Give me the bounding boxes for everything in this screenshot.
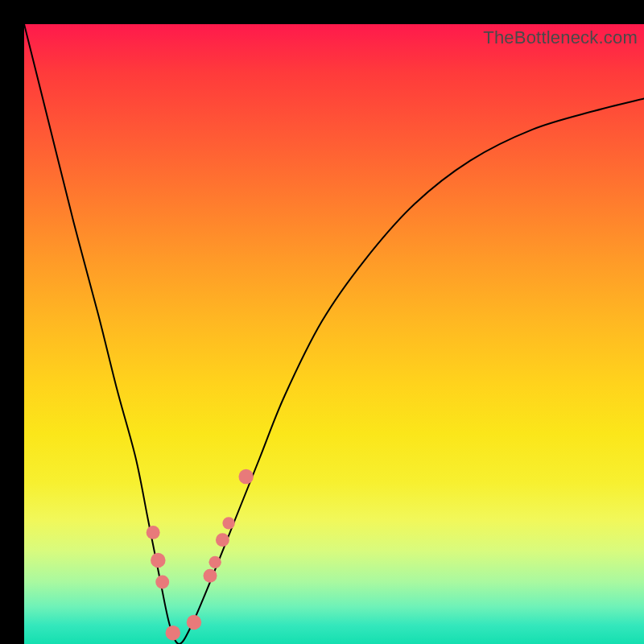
curve-marker-dot <box>155 576 169 589</box>
markers-group <box>138 455 253 644</box>
bottleneck-curve <box>24 24 644 644</box>
curve-marker-dot <box>222 517 234 529</box>
plot-area: TheBottleneck.com <box>24 24 644 644</box>
chart-frame: TheBottleneck.com <box>0 0 644 644</box>
curve-marker-dot <box>216 533 229 547</box>
curve-marker-dot <box>166 625 180 640</box>
curve-marker-dot <box>187 615 201 630</box>
curve-marker-dot <box>238 469 253 484</box>
curve-marker-dot <box>208 556 221 568</box>
curve-marker-dot <box>151 553 165 568</box>
curve-layer <box>24 24 644 644</box>
curve-marker-dot <box>147 526 160 539</box>
curve-marker-dot <box>204 569 217 583</box>
